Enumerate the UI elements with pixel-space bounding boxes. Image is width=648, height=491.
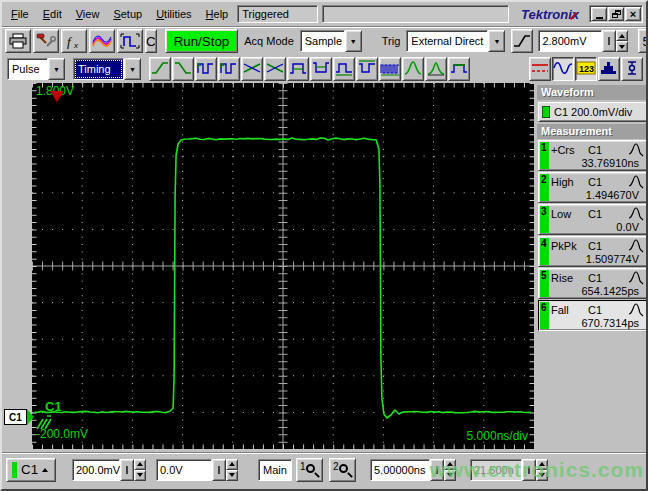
pulse-glyph-icon [627, 238, 645, 253]
keypad-icon[interactable] [522, 459, 536, 481]
c-button[interactable]: C [145, 29, 157, 53]
pulse-glyph-icon [627, 302, 645, 317]
pos-peak-button[interactable] [402, 57, 424, 81]
keypad-icon[interactable] [602, 30, 616, 52]
measure-category-value: Pulse [7, 58, 48, 80]
burst-width-button[interactable] [379, 57, 401, 81]
zoom-2-button[interactable]: 2 [329, 458, 356, 482]
trigger-position-marker[interactable] [50, 91, 64, 102]
magnifier-icon [306, 464, 315, 473]
spin-up-button[interactable] [616, 30, 628, 41]
spin-down-button[interactable] [444, 470, 456, 481]
chevron-down-icon[interactable]: ▼ [48, 58, 65, 80]
horizontal-scale-field[interactable]: 5.00000ns [370, 459, 430, 481]
keypad-icon[interactable] [212, 459, 226, 481]
measurement-source: C1 [588, 240, 624, 252]
spin-down-button[interactable] [134, 470, 146, 481]
chevron-down-icon[interactable]: ▼ [345, 30, 362, 52]
trig-level-field[interactable]: 2.800mV [538, 30, 602, 52]
measurement-item-1[interactable]: 1 +CrsC1 33.76910ns [538, 140, 648, 171]
flat-top-button[interactable] [448, 57, 470, 81]
waveform-panel-header: Waveform [537, 85, 648, 100]
printer-button[interactable] [5, 29, 31, 53]
svg-text:123: 123 [579, 64, 594, 74]
histogram-button[interactable] [598, 57, 620, 81]
graticule[interactable]: 1.800V -200.0mV 5.000ns/div C1 [32, 83, 534, 449]
menu-edit[interactable]: Edit [36, 5, 69, 23]
period-button[interactable]: P [218, 57, 240, 81]
spin-down-button[interactable] [226, 470, 238, 481]
trig-source-value: External Direct [406, 30, 488, 52]
menu-setup[interactable]: Setup [106, 5, 149, 23]
measurement-source: C1 [588, 304, 624, 316]
waveform-display-button[interactable] [552, 57, 574, 81]
neg-peak-button[interactable] [425, 57, 447, 81]
menu-file[interactable]: File [4, 5, 36, 23]
pulse-zoom-button[interactable] [117, 29, 143, 53]
minimize-button[interactable] [591, 7, 607, 21]
window-buttons: × [589, 5, 643, 23]
trig-source-select[interactable]: External Direct ▼ [406, 30, 505, 52]
fall-time-button[interactable] [172, 57, 194, 81]
pos-width-button[interactable] [287, 57, 309, 81]
math-fx-button[interactable]: fx [61, 29, 87, 53]
keypad-icon[interactable] [120, 459, 134, 481]
frequency-button[interactable]: F [195, 57, 217, 81]
vertical-scale-field[interactable]: 200.0mV/ [72, 459, 120, 481]
readout-button[interactable]: 123 [575, 57, 597, 81]
channel-marker-c1[interactable]: C1 [4, 409, 34, 425]
measurement-item-2[interactable]: 2 HighC1 1.494670V [538, 172, 648, 203]
close-button[interactable]: × [625, 7, 641, 21]
chevron-down-icon[interactable]: ▼ [124, 58, 141, 80]
restore-button[interactable] [608, 7, 624, 21]
trig-level-stepper [616, 30, 628, 52]
pos-peak-icon [403, 60, 423, 79]
pulse-glyph-icon [627, 206, 645, 221]
svg-text:x: x [73, 41, 79, 49]
bottom-control-bar: C1 200.0mV/ 0.0V Main 1 2 [2, 452, 646, 486]
neg-cross-button[interactable] [264, 57, 286, 81]
timebase-mode-box[interactable]: Main [258, 459, 292, 481]
spin-up-button[interactable] [444, 459, 456, 470]
menu-utilities[interactable]: Utilities [149, 5, 198, 23]
trig-slope-button[interactable] [511, 29, 533, 53]
set-50-percent-button[interactable]: 50% [638, 29, 648, 53]
spin-up-button[interactable] [536, 459, 548, 470]
tektronix-logo: Tektronix [521, 7, 579, 22]
menu-help[interactable]: Help [199, 5, 236, 23]
neg-width-button[interactable] [310, 57, 332, 81]
spin-down-button[interactable] [616, 41, 628, 52]
keypad-icon[interactable] [430, 459, 444, 481]
spin-up-button[interactable] [226, 459, 238, 470]
mask-button[interactable] [621, 57, 643, 81]
waveform-list-item[interactable]: C1 200.0mV/div [538, 102, 648, 122]
rise-time-button[interactable] [149, 57, 171, 81]
pos-cross-button[interactable] [241, 57, 263, 81]
vertical-offset-value: 0.0V [160, 464, 183, 476]
measurement-item-6[interactable]: 6 FallC1 670.7314ps [538, 300, 648, 331]
spin-up-button[interactable] [134, 459, 146, 470]
pos-duty-cycle-button[interactable] [333, 57, 355, 81]
run-stop-button[interactable]: Run/Stop [165, 29, 239, 53]
zoom-1-button[interactable]: 1 [296, 458, 323, 482]
channel-select-button[interactable]: C1 [6, 458, 56, 482]
measurement-name: Rise [551, 272, 585, 284]
neg-duty-cycle-button[interactable] [356, 57, 378, 81]
horizontal-position-field[interactable]: 21.500n [470, 459, 522, 481]
measure-category-select[interactable]: Pulse ▼ [7, 58, 65, 80]
measure-class-select[interactable]: Timing ▼ [73, 58, 141, 80]
setup-tools-button[interactable] [33, 29, 59, 53]
acq-mode-select[interactable]: Sample ▼ [300, 30, 362, 52]
vertical-offset-field[interactable]: 0.0V [156, 459, 212, 481]
measurement-source: C1 [588, 144, 624, 156]
channel-color-swatch [542, 106, 550, 118]
cursors-button[interactable] [529, 57, 551, 81]
measurement-item-3[interactable]: 3 LowC1 0.0V [538, 204, 648, 235]
chevron-down-icon[interactable]: ▼ [488, 30, 505, 52]
menu-view[interactable]: View [69, 5, 107, 23]
measurement-item-5[interactable]: 5 RiseC1 654.1425ps [538, 268, 648, 299]
cursors-icon [530, 60, 550, 79]
spin-down-button[interactable] [536, 470, 548, 481]
measurement-item-4[interactable]: 4 PkPkC1 1.509774V [538, 236, 648, 267]
waveform-colors-button[interactable] [89, 29, 115, 53]
